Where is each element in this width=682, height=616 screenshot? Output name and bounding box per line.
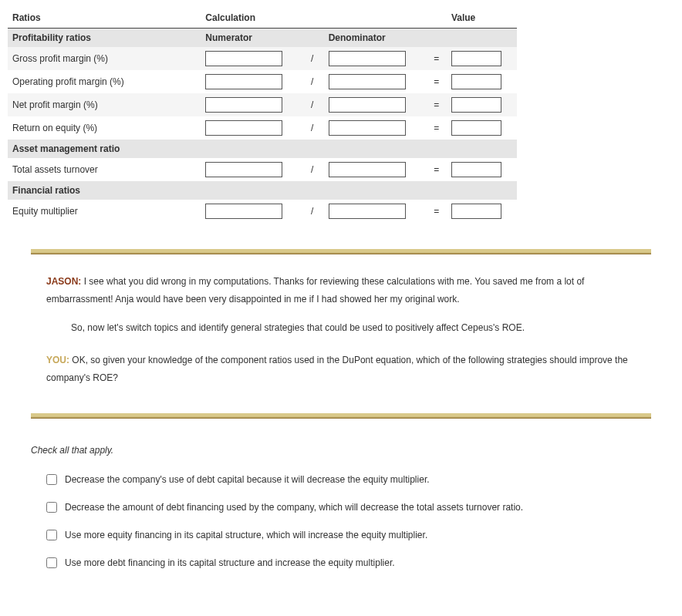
option-row-1: Decrease the company's use of debt capit… bbox=[46, 473, 674, 486]
slash-symbol: / bbox=[306, 93, 324, 116]
tat-value-input[interactable] bbox=[451, 162, 501, 177]
gpm-value-input[interactable] bbox=[451, 51, 501, 66]
option-label-1: Decrease the company's use of debt capit… bbox=[65, 473, 430, 486]
jason-text-2: So, now let's switch topics and identify… bbox=[46, 319, 636, 337]
check-all-label: Check all that apply. bbox=[31, 445, 674, 456]
roe-value-input[interactable] bbox=[451, 120, 501, 136]
row-label-roe: Return on equity (%) bbox=[8, 116, 201, 140]
jason-text-1: I see what you did wrong in my computati… bbox=[46, 276, 584, 305]
dialogue-you: YOU: OK, so given your knowledge of the … bbox=[46, 352, 636, 387]
row-label-npm: Net profit margin (%) bbox=[8, 93, 201, 116]
header-value: Value bbox=[447, 8, 517, 29]
equals-symbol: = bbox=[429, 200, 447, 223]
npm-denominator-input[interactable] bbox=[329, 97, 406, 113]
equals-symbol: = bbox=[429, 70, 447, 93]
option-checkbox-4[interactable] bbox=[46, 557, 57, 568]
option-row-3: Use more equity financing in its capital… bbox=[46, 528, 674, 542]
gpm-denominator-input[interactable] bbox=[329, 51, 406, 66]
ratios-table: Ratios Calculation Value Profitability r… bbox=[8, 8, 517, 223]
roe-numerator-input[interactable] bbox=[205, 120, 282, 136]
option-checkbox-2[interactable] bbox=[46, 502, 57, 513]
slash-symbol: / bbox=[306, 47, 324, 70]
you-text-1: OK, so given your knowledge of the compo… bbox=[46, 355, 628, 383]
asset-mgmt-header: Asset management ratio bbox=[8, 140, 201, 158]
numerator-header: Numerator bbox=[201, 29, 306, 48]
checkbox-options: Decrease the company's use of debt capit… bbox=[46, 473, 674, 570]
option-label-3: Use more equity financing in its capital… bbox=[65, 528, 427, 542]
divider-bar bbox=[31, 413, 651, 419]
row-label-gpm: Gross profit margin (%) bbox=[8, 47, 201, 70]
row-label-em: Equity multiplier bbox=[8, 200, 201, 223]
financial-ratios-header: Financial ratios bbox=[8, 181, 201, 200]
option-row-2: Decrease the amount of debt financing us… bbox=[46, 500, 674, 514]
slash-symbol: / bbox=[306, 158, 324, 181]
equals-symbol: = bbox=[429, 47, 447, 70]
divider-bar bbox=[31, 249, 651, 254]
option-row-4: Use more debt financing in its capital s… bbox=[46, 556, 674, 570]
em-value-input[interactable] bbox=[451, 204, 501, 219]
tat-numerator-input[interactable] bbox=[205, 162, 282, 177]
option-checkbox-1[interactable] bbox=[46, 474, 57, 485]
equals-symbol: = bbox=[429, 116, 447, 140]
slash-symbol: / bbox=[306, 116, 324, 140]
header-ratios: Ratios bbox=[8, 8, 201, 29]
em-denominator-input[interactable] bbox=[329, 204, 406, 219]
equals-symbol: = bbox=[429, 158, 447, 181]
opm-denominator-input[interactable] bbox=[329, 74, 406, 89]
profitability-header: Profitability ratios bbox=[8, 29, 201, 48]
npm-numerator-input[interactable] bbox=[205, 97, 282, 113]
opm-numerator-input[interactable] bbox=[205, 74, 282, 89]
row-label-tat: Total assets turnover bbox=[8, 158, 201, 181]
opm-value-input[interactable] bbox=[451, 74, 501, 89]
tat-denominator-input[interactable] bbox=[329, 162, 406, 177]
speaker-label-jason: JASON: bbox=[46, 276, 81, 287]
em-numerator-input[interactable] bbox=[205, 204, 282, 219]
equals-symbol: = bbox=[429, 93, 447, 116]
header-calculation: Calculation bbox=[201, 8, 306, 29]
npm-value-input[interactable] bbox=[451, 97, 501, 113]
option-label-2: Decrease the amount of debt financing us… bbox=[65, 500, 523, 514]
slash-symbol: / bbox=[306, 70, 324, 93]
gpm-numerator-input[interactable] bbox=[205, 51, 282, 66]
speaker-label-you: YOU: bbox=[46, 355, 69, 365]
roe-denominator-input[interactable] bbox=[329, 120, 406, 136]
dialogue-jason: JASON: I see what you did wrong in my co… bbox=[46, 273, 636, 336]
option-checkbox-3[interactable] bbox=[46, 530, 57, 540]
option-label-4: Use more debt financing in its capital s… bbox=[65, 556, 395, 570]
denominator-header: Denominator bbox=[324, 29, 430, 48]
row-label-opm: Operating profit margin (%) bbox=[8, 70, 201, 93]
slash-symbol: / bbox=[306, 200, 324, 223]
